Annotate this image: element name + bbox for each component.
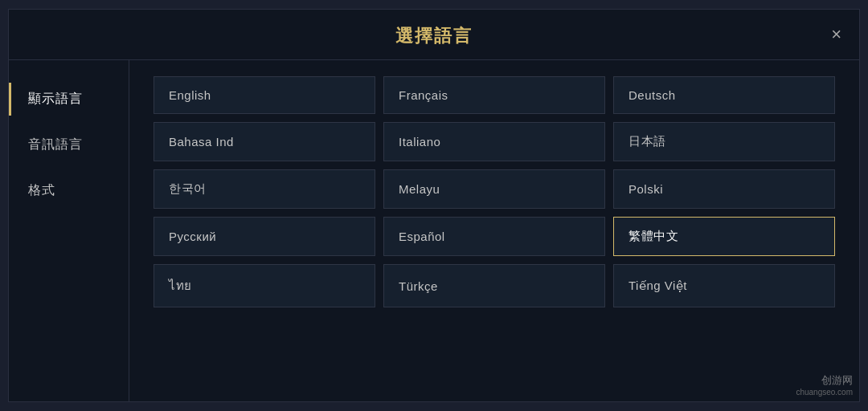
lang-btn-traditional-chinese[interactable]: 繁體中文 [613,217,835,256]
sidebar-item-audio-lang[interactable]: 音訊語言 [9,122,129,168]
lang-btn-espanol[interactable]: Español [383,217,605,256]
close-button[interactable]: × [831,26,841,43]
lang-btn-deutsch[interactable]: Deutsch [613,76,835,114]
language-grid: EnglishFrançaisDeutschBahasa IndItaliano… [154,76,835,307]
lang-btn-thai[interactable]: ไทย [154,264,375,307]
language-content: EnglishFrançaisDeutschBahasa IndItaliano… [129,60,859,401]
sidebar-item-display-lang[interactable]: 顯示語言 [9,76,129,122]
lang-btn-turkce[interactable]: Türkçe [383,264,605,307]
lang-btn-melayu[interactable]: Melayu [383,169,605,209]
sidebar: 顯示語言音訊語言格式 [9,60,129,401]
lang-btn-japanese[interactable]: 日本語 [613,122,835,161]
lang-btn-tieng-viet[interactable]: Tiếng Việt [613,264,835,307]
lang-btn-polski[interactable]: Polski [613,169,835,209]
lang-btn-bahasa-ind[interactable]: Bahasa Ind [154,122,375,161]
sidebar-item-format[interactable]: 格式 [9,168,129,214]
language-modal: 選擇語言 × 顯示語言音訊語言格式 EnglishFrançaisDeutsch… [8,9,860,402]
watermark-top: 创游网 [821,373,853,388]
lang-btn-italiano[interactable]: Italiano [383,122,605,161]
watermark-bottom: chuangseo.com [796,388,853,397]
modal-header: 選擇語言 × [9,10,859,60]
lang-btn-francais[interactable]: Français [383,76,605,114]
lang-btn-english[interactable]: English [154,76,375,114]
modal-title: 選擇語言 [395,24,473,48]
lang-btn-korean[interactable]: 한국어 [154,169,375,209]
modal-body: 顯示語言音訊語言格式 EnglishFrançaisDeutschBahasa … [9,60,859,401]
watermark: 创游网 chuangseo.com [796,373,853,397]
lang-btn-russian[interactable]: Русский [154,217,375,256]
